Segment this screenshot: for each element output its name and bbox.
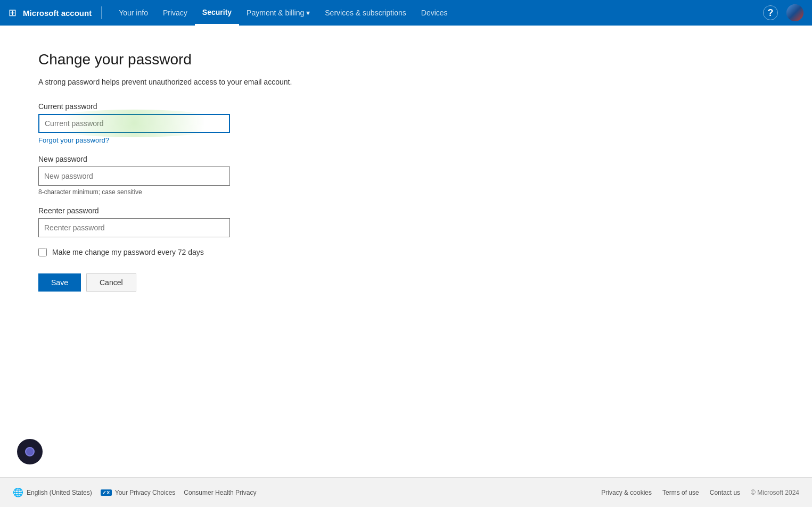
button-row: Save Cancel [38,273,441,292]
current-password-container [38,114,230,133]
avatar[interactable] [786,4,803,21]
help-button[interactable]: ? [763,5,778,20]
svg-point-0 [786,4,803,21]
main-content: Change your password A strong password h… [0,26,479,317]
nav-link-services-subscriptions[interactable]: Services & subscriptions [317,0,414,26]
nav-link-privacy[interactable]: Privacy [155,0,195,26]
nav-link-devices[interactable]: Devices [414,0,455,26]
privacy-badge: ✓X [101,489,112,496]
reenter-password-group: Reenter password [38,206,441,237]
privacy-choices-label: Your Privacy Choices [115,489,176,496]
save-button[interactable]: Save [38,273,81,292]
current-password-label: Current password [38,102,441,111]
current-password-input[interactable] [38,114,230,133]
brand-name[interactable]: Microsoft account [23,9,92,18]
recording-indicator [17,439,43,464]
cancel-button[interactable]: Cancel [86,273,136,292]
consumer-health-link[interactable]: Consumer Health Privacy [184,489,256,496]
nav-link-payment-billing-label: Payment & billing ▾ [247,9,310,17]
footer-right: Privacy & cookies Terms of use Contact u… [601,489,799,496]
forgot-password-link[interactable]: Forgot your password? [38,136,441,144]
recording-dot-inner [25,447,35,456]
nav-right: ? [763,4,803,21]
page-title: Change your password [38,51,441,68]
nav-divider [101,6,102,19]
checkbox-row: Make me change my password every 72 days [38,248,441,256]
current-password-group: Current password Forgot your password? [38,102,441,144]
grid-icon[interactable]: ⊞ [9,7,17,19]
reenter-password-input[interactable] [38,218,230,237]
terms-of-use-link[interactable]: Terms of use [662,489,699,496]
nav-link-security[interactable]: Security [195,0,239,26]
nav-link-payment-billing[interactable]: Payment & billing ▾ [239,0,317,26]
new-password-label: New password [38,155,441,163]
chevron-down-icon: ▾ [306,9,310,17]
page-subtitle: A strong password helps prevent unauthor… [38,78,441,86]
nav-links: Your info Privacy Security Payment & bil… [111,0,763,26]
new-password-group: New password 8-character minimum; case s… [38,155,441,196]
privacy-cookies-link[interactable]: Privacy & cookies [601,489,652,496]
privacy-choices-link[interactable]: ✓X Your Privacy Choices [101,489,176,496]
footer: 🌐 English (United States) ✓X Your Privac… [0,477,812,507]
copyright: © Microsoft 2024 [751,489,799,496]
nav-link-your-info[interactable]: Your info [111,0,155,26]
new-password-input[interactable] [38,167,230,186]
language-label: English (United States) [27,489,92,496]
language-selector[interactable]: 🌐 English (United States) [13,487,92,497]
contact-us-link[interactable]: Contact us [710,489,740,496]
reenter-password-label: Reenter password [38,206,441,215]
checkbox-label: Make me change my password every 72 days [52,248,204,256]
footer-left: 🌐 English (United States) ✓X Your Privac… [13,487,601,497]
change-password-checkbox[interactable] [38,248,47,256]
new-password-hint: 8-character minimum; case sensitive [38,188,441,196]
globe-icon: 🌐 [13,487,23,497]
main-nav: ⊞ Microsoft account Your info Privacy Se… [0,0,812,26]
